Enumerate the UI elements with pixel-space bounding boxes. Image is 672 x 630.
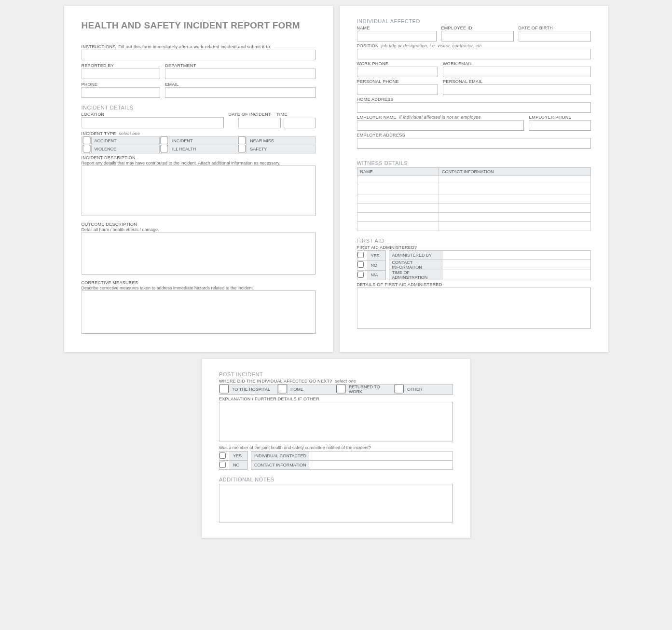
committee-contacted-input[interactable] bbox=[312, 452, 453, 460]
post-explanation-label: EXPLANATION / FURTHER DETAILS IF OTHER bbox=[219, 397, 453, 401]
fa-yes-cb[interactable] bbox=[357, 252, 364, 258]
corrective-label: CORRECTIVE MEASURES bbox=[82, 280, 315, 285]
employer-address-label: EMPLOYER ADDRESS bbox=[357, 133, 591, 137]
fa-contact-input[interactable] bbox=[445, 261, 590, 269]
fa-no-cb[interactable] bbox=[357, 261, 364, 268]
post-explanation-input[interactable] bbox=[219, 402, 453, 441]
witness-contact-input[interactable] bbox=[439, 222, 590, 231]
witness-table: NAMECONTACT INFORMATION bbox=[357, 167, 591, 231]
fa-details-input[interactable] bbox=[357, 288, 591, 329]
table-row bbox=[357, 185, 590, 194]
witness-contact-input[interactable] bbox=[439, 186, 590, 194]
post-opt-other-cb[interactable] bbox=[395, 384, 404, 394]
post-heading: POST INCIDENT bbox=[219, 371, 453, 377]
page-2: INDIVIDUAL AFFECTED NAME EMPLOYEE ID DAT… bbox=[340, 6, 608, 352]
corrective-input[interactable] bbox=[82, 290, 315, 334]
incident-type-cb-illhealth[interactable] bbox=[160, 145, 169, 152]
witness-name-input[interactable] bbox=[357, 213, 439, 221]
location-label: LOCATION bbox=[82, 112, 224, 117]
committee-no-cb[interactable] bbox=[219, 462, 226, 468]
committee-q: Was a member of the joint health and saf… bbox=[219, 445, 371, 450]
personal-email-input[interactable] bbox=[443, 84, 590, 95]
incident-type-cb-incident[interactable] bbox=[160, 137, 169, 144]
home-address-input[interactable] bbox=[357, 102, 591, 113]
committee-contact-input[interactable] bbox=[312, 461, 453, 469]
employer-phone-input[interactable] bbox=[529, 120, 590, 131]
table-row bbox=[357, 194, 590, 204]
position-label: POSITION job title or designation, i.e. … bbox=[357, 43, 591, 48]
first-aid-q: FIRST AID ADMINISTERED? bbox=[357, 245, 591, 250]
table-row bbox=[357, 213, 590, 222]
incident-desc-sub: Report any details that may have contrib… bbox=[82, 161, 281, 165]
committee-yes-cb[interactable] bbox=[219, 452, 226, 459]
incident-type-cb-nearmiss[interactable] bbox=[237, 137, 247, 144]
time-input[interactable] bbox=[284, 118, 315, 128]
witness-col-name: NAME bbox=[357, 168, 439, 176]
ind-empid-input[interactable] bbox=[441, 31, 514, 41]
table-row bbox=[357, 204, 590, 213]
incident-type-table: ACCIDENT INCIDENT NEAR MISS VIOLENCE ILL… bbox=[82, 137, 315, 153]
witness-heading: WITNESS DETAILS bbox=[357, 160, 591, 166]
witness-contact-input[interactable] bbox=[439, 177, 590, 185]
notes-input[interactable] bbox=[219, 484, 453, 522]
witness-col-contact: CONTACT INFORMATION bbox=[439, 168, 590, 176]
ind-name-input[interactable] bbox=[357, 31, 437, 41]
email-input[interactable] bbox=[165, 87, 315, 98]
incident-details-heading: INCIDENT DETAILS bbox=[82, 105, 315, 110]
phone-input[interactable] bbox=[82, 87, 161, 98]
work-phone-label: WORK PHONE bbox=[357, 61, 439, 66]
outcome-sub: Detail all harm / health effects / damag… bbox=[82, 227, 159, 232]
outcome-input[interactable] bbox=[82, 232, 315, 274]
committee-detail: INDIVIDUAL CONTACTED CONTACT INFORMATION bbox=[251, 451, 453, 470]
fa-admin-by-input[interactable] bbox=[445, 251, 590, 260]
department-label: DEPARTMENT bbox=[165, 63, 315, 68]
home-address-label: HOME ADDRESS bbox=[357, 97, 591, 102]
ind-empid-label: EMPLOYEE ID bbox=[441, 26, 514, 30]
employer-name-label: EMPLOYER NAME if individual affected is … bbox=[357, 115, 524, 120]
table-row bbox=[357, 176, 590, 185]
reported-by-input[interactable] bbox=[82, 68, 161, 79]
post-where-label: WHERE DID THE INDIVIDUAL AFFECTED GO NEX… bbox=[219, 379, 453, 383]
incident-desc-input[interactable] bbox=[82, 165, 315, 216]
witness-name-input[interactable] bbox=[357, 195, 439, 203]
fa-na-cb[interactable] bbox=[357, 272, 364, 278]
witness-name-input[interactable] bbox=[357, 222, 439, 231]
position-input[interactable] bbox=[357, 49, 591, 59]
outcome-label: OUTCOME DESCRIPTION bbox=[82, 222, 315, 227]
witness-contact-input[interactable] bbox=[439, 213, 590, 221]
committee-yn: YES NO bbox=[219, 451, 248, 470]
personal-email-label: PERSONAL EMAIL bbox=[443, 79, 590, 84]
incident-type-cb-safety[interactable] bbox=[237, 145, 247, 152]
fa-time-input[interactable] bbox=[445, 271, 590, 279]
personal-phone-input[interactable] bbox=[357, 84, 439, 95]
corrective-sub: Describe corrective measures taken to ad… bbox=[82, 286, 254, 290]
ind-dob-input[interactable] bbox=[519, 31, 591, 41]
witness-name-input[interactable] bbox=[357, 186, 439, 194]
incident-type-cb-accident[interactable] bbox=[82, 137, 91, 144]
incident-desc-label: INCIDENT DESCRIPTION bbox=[82, 155, 315, 160]
employer-address-input[interactable] bbox=[357, 138, 591, 149]
employer-name-input[interactable] bbox=[357, 120, 524, 131]
work-email-label: WORK EMAIL bbox=[443, 61, 590, 66]
location-input[interactable] bbox=[82, 117, 224, 128]
post-where-table: TO THE HOSPITAL HOME RETURNED TO WORK OT… bbox=[219, 384, 453, 395]
instructions-input[interactable] bbox=[82, 50, 315, 60]
department-input[interactable] bbox=[165, 68, 315, 79]
witness-contact-input[interactable] bbox=[439, 204, 590, 212]
phone-label: PHONE bbox=[82, 82, 161, 87]
incident-type-cb-violence[interactable] bbox=[82, 145, 91, 152]
instructions-label: INSTRUCTIONS Fill out this form immediat… bbox=[82, 44, 315, 49]
post-opt-hospital-cb[interactable] bbox=[219, 384, 229, 394]
witness-contact-input[interactable] bbox=[439, 195, 590, 203]
fa-details-label: DETAILS OF FIRST AID ADMINISTERED bbox=[357, 282, 591, 287]
date-input[interactable] bbox=[238, 118, 281, 128]
work-phone-input[interactable] bbox=[357, 67, 439, 77]
work-email-input[interactable] bbox=[443, 67, 590, 77]
witness-name-input[interactable] bbox=[357, 204, 439, 212]
page-3: POST INCIDENT WHERE DID THE INDIVIDUAL A… bbox=[202, 359, 470, 538]
incident-type-label: INCIDENT TYPE select one bbox=[82, 131, 315, 136]
post-opt-home-cb[interactable] bbox=[278, 384, 287, 394]
first-aid-heading: FIRST AID bbox=[357, 238, 591, 244]
witness-name-input[interactable] bbox=[357, 177, 439, 185]
post-opt-work-cb[interactable] bbox=[336, 384, 345, 394]
